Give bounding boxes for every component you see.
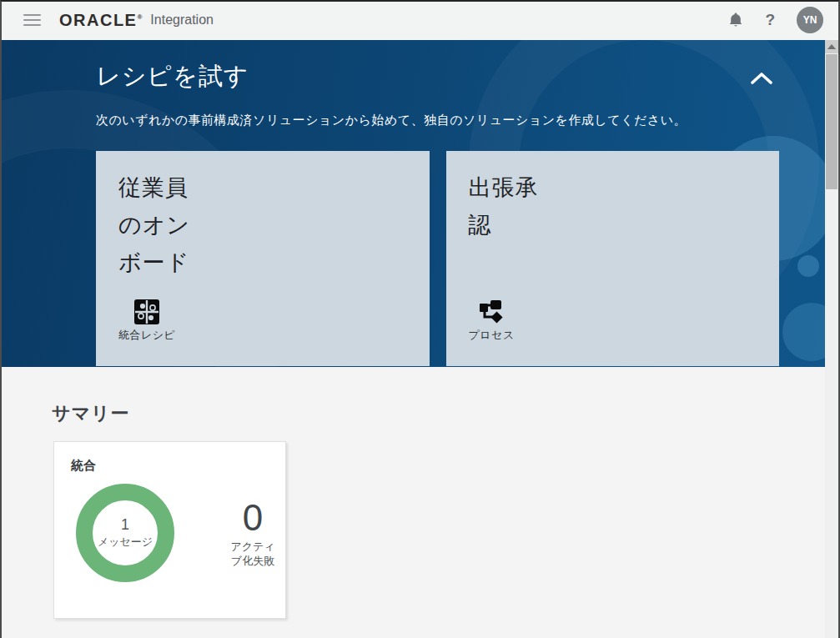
- messages-donut-chart: 1 メッセージ: [76, 484, 174, 582]
- process-flow-icon: [478, 299, 505, 325]
- topbar-actions: ? YN: [728, 7, 823, 33]
- recipe-card-type-label: プロセス: [469, 328, 515, 343]
- recipes-banner: レシピを試す 次のいずれかの事前構成済ソリューションから始めて、独自のソリューシ…: [2, 40, 826, 367]
- trademark-mark: ®: [137, 13, 142, 21]
- oracle-logo: ORACLE®: [59, 11, 142, 30]
- recipe-cards: 従業員のオンボード 統合レシピ: [96, 151, 779, 366]
- activation-failures-count: 0: [226, 499, 279, 537]
- top-bar: ORACLE® Integration ? YN: [2, 2, 838, 38]
- product-title: Integration: [150, 13, 214, 28]
- integration-summary-card[interactable]: 統合 1 メッセージ 0 アクティブ化失敗: [53, 441, 286, 619]
- activation-failures-stat: 0 アクティブ化失敗: [226, 499, 279, 568]
- summary-heading: サマリー: [52, 401, 826, 426]
- hero-title: レシピを試す: [96, 60, 249, 93]
- hero-subtitle: 次のいずれかの事前構成済ソリューションから始めて、独自のソリューションを作成して…: [96, 113, 779, 128]
- recipe-card-travel-approval[interactable]: 出張承認 プロセス: [446, 151, 780, 366]
- puzzle-icon: [133, 299, 160, 325]
- summary-section: サマリー 統合 1 メッセージ 0 アクティブ化失敗: [2, 367, 826, 426]
- recipe-card-type-label: 統合レシピ: [118, 328, 175, 343]
- recipe-card-title: 出張承認: [469, 169, 559, 244]
- hamburger-menu-icon[interactable]: [23, 14, 41, 26]
- messages-count: 1: [121, 516, 129, 534]
- messages-label: メッセージ: [98, 535, 153, 550]
- notifications-bell-icon[interactable]: [728, 12, 743, 28]
- recipe-card-employee-onboarding[interactable]: 従業員のオンボード 統合レシピ: [96, 151, 430, 366]
- activation-failures-label: アクティブ化失敗: [226, 540, 279, 568]
- collapse-section-button[interactable]: [744, 65, 779, 93]
- recipe-card-title: 従業員のオンボード: [118, 169, 209, 282]
- user-avatar[interactable]: YN: [797, 7, 823, 33]
- scrollbar-thumb[interactable]: [826, 54, 837, 189]
- vertical-scrollbar[interactable]: [825, 40, 838, 638]
- help-icon[interactable]: ?: [765, 11, 775, 29]
- summary-card-title: 統合: [71, 458, 285, 474]
- scrollbar-up-arrow[interactable]: [825, 40, 838, 53]
- chevron-up-icon: [751, 74, 772, 87]
